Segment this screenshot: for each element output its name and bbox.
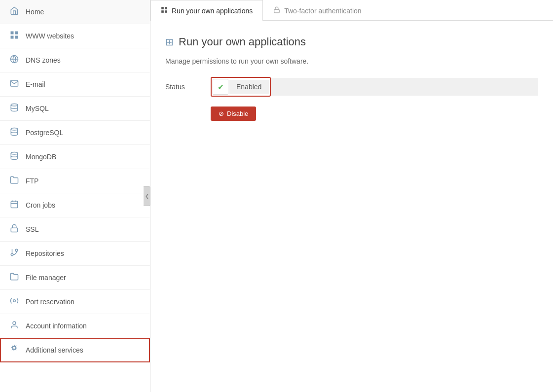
file-manager-icon — [9, 272, 20, 283]
sidebar-item-repositories[interactable]: Repositories — [0, 242, 150, 266]
cron-jobs-icon — [9, 200, 20, 211]
mongodb-icon — [9, 151, 20, 162]
sidebar-label-cron-jobs: Cron jobs — [26, 201, 55, 209]
main-content: Run your own applicationsTwo-factor auth… — [150, 0, 553, 392]
sidebar-item-ftp[interactable]: FTP — [0, 169, 150, 193]
dns-zones-icon — [9, 55, 20, 66]
svg-point-8 — [11, 152, 18, 155]
checkmark-icon: ✔ — [218, 82, 224, 92]
sidebar-item-email[interactable]: E-mail — [0, 72, 150, 97]
sidebar-item-mysql[interactable]: MySQL — [0, 97, 150, 121]
sidebar-item-www-websites[interactable]: WWW websites — [0, 24, 150, 48]
status-field: ✔ Enabled — [211, 77, 271, 97]
page-title: ⊞ Run your own applications — [165, 36, 538, 48]
tab-run-own-apps[interactable]: Run your own applications — [150, 0, 263, 21]
sidebar-item-additional-services[interactable]: Additional services — [0, 338, 150, 362]
sidebar-item-account-information[interactable]: Account information — [0, 314, 150, 338]
sidebar-item-file-manager[interactable]: File manager — [0, 266, 150, 290]
svg-point-16 — [11, 253, 13, 256]
sidebar-collapse-handle[interactable]: ❮ — [144, 186, 150, 206]
sidebar-label-file-manager: File manager — [26, 274, 66, 282]
status-enabled-text: Enabled — [229, 80, 269, 94]
sidebar-label-ssl: SSL — [26, 225, 38, 233]
additional-services-icon — [9, 345, 20, 356]
svg-rect-3 — [15, 36, 18, 39]
sidebar-item-ssl[interactable]: SSL — [0, 217, 150, 242]
sidebar-label-port-reservation: Port reservation — [26, 298, 74, 306]
sidebar-label-account-information: Account information — [26, 322, 87, 330]
sidebar-label-email: E-mail — [26, 80, 45, 88]
svg-rect-20 — [165, 7, 167, 9]
mysql-icon — [9, 103, 20, 114]
ssl-icon — [9, 224, 20, 235]
tab-icon-run-own-apps — [161, 6, 168, 15]
page-description: Manage permissions to run your own softw… — [165, 57, 538, 65]
svg-rect-23 — [274, 9, 280, 12]
disable-button-label: Disable — [227, 110, 248, 117]
tab-label-two-factor-auth: Two-factor authentication — [284, 7, 361, 15]
sidebar-item-mongodb[interactable]: MongoDB — [0, 145, 150, 169]
page-title-icon: ⊞ — [165, 36, 174, 48]
home-icon — [9, 6, 20, 17]
svg-point-15 — [15, 249, 18, 251]
svg-rect-22 — [165, 10, 167, 13]
tab-bar: Run your own applicationsTwo-factor auth… — [150, 0, 553, 21]
svg-rect-0 — [11, 32, 14, 35]
svg-rect-13 — [11, 228, 18, 232]
account-information-icon — [9, 321, 20, 331]
sidebar-label-postgresql: PostgreSQL — [26, 129, 63, 137]
port-reservation-icon — [9, 296, 20, 307]
sidebar: HomeWWW websitesDNS zonesE-mailMySQLPost… — [0, 0, 150, 392]
svg-rect-19 — [161, 7, 164, 9]
tab-icon-two-factor-auth — [273, 6, 280, 15]
svg-point-17 — [13, 300, 16, 302]
sidebar-label-repositories: Repositories — [26, 249, 64, 257]
svg-point-7 — [11, 128, 18, 131]
tab-label-run-own-apps: Run your own applications — [172, 7, 253, 15]
www-websites-icon — [9, 31, 20, 41]
email-icon — [9, 79, 20, 90]
repositories-icon — [9, 248, 20, 259]
sidebar-label-home: Home — [26, 8, 44, 16]
tab-two-factor-auth[interactable]: Two-factor authentication — [263, 0, 371, 21]
sidebar-item-home[interactable]: Home — [0, 0, 150, 24]
status-row: Status ✔ Enabled — [165, 77, 538, 97]
status-label: Status — [165, 83, 205, 91]
sidebar-item-port-reservation[interactable]: Port reservation — [0, 290, 150, 314]
ftp-icon — [9, 176, 20, 186]
svg-point-6 — [11, 104, 18, 107]
postgresql-icon — [9, 127, 20, 138]
disable-button[interactable]: ⊘ Disable — [211, 107, 256, 121]
sidebar-label-additional-services: Additional services — [26, 346, 83, 354]
sidebar-label-dns-zones: DNS zones — [26, 56, 61, 64]
svg-rect-1 — [15, 32, 18, 35]
sidebar-label-www-websites: WWW websites — [26, 32, 74, 40]
content-area: ⊞ Run your own applications Manage permi… — [150, 21, 553, 392]
sidebar-label-mongodb: MongoDB — [26, 153, 56, 161]
svg-rect-21 — [161, 10, 164, 13]
sidebar-item-postgresql[interactable]: PostgreSQL — [0, 121, 150, 145]
status-rest-bar — [271, 78, 538, 96]
sidebar-label-ftp: FTP — [26, 177, 38, 185]
page-title-text: Run your own applications — [179, 36, 306, 48]
disable-icon: ⊘ — [219, 110, 224, 117]
sidebar-item-dns-zones[interactable]: DNS zones — [0, 48, 150, 72]
svg-rect-2 — [11, 36, 14, 39]
sidebar-label-mysql: MySQL — [26, 105, 49, 112]
svg-point-18 — [13, 321, 16, 324]
sidebar-item-cron-jobs[interactable]: Cron jobs — [0, 193, 150, 217]
svg-rect-9 — [11, 201, 18, 208]
status-check-box: ✔ — [213, 79, 228, 95]
